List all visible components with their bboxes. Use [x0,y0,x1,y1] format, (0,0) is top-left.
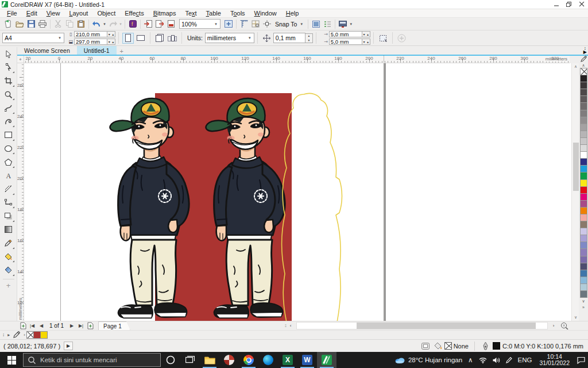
transparency-tool[interactable] [2,223,16,237]
palette-eyedropper-icon[interactable] [579,56,588,62]
menu-bitmaps[interactable]: Bitmaps [149,10,181,17]
taskbar-task-view-button[interactable] [180,352,200,368]
docpalette-flyout-button[interactable]: ▸ [6,332,11,338]
clock[interactable]: 10:14 31/01/2022 [535,352,574,368]
color-eyedropper-tool[interactable] [2,236,16,250]
freehand-tool[interactable] [2,101,16,115]
horizontal-ruler[interactable]: millimeters 2002040608010012014016018020… [24,56,570,63]
scroll-right-arrow[interactable]: › [549,322,558,330]
taskbar-chrome-button[interactable] [239,352,258,368]
portrait-button[interactable] [122,33,134,44]
last-page-button[interactable]: ▶| [76,322,86,330]
menu-object[interactable]: Object [92,10,120,17]
menu-view[interactable]: View [42,10,65,17]
taskbar-cortana-button[interactable] [161,352,180,368]
palette-expand[interactable]: » [579,304,588,310]
units-combo[interactable]: millimeters ▾ [205,33,254,43]
palette-scroll-down[interactable]: ∨ [579,298,588,304]
duplicate-x-input[interactable]: 5,0 mm [329,31,362,37]
taskbar-coreldraw-button[interactable] [317,352,336,368]
undo-button[interactable] [91,19,102,29]
rectangle-tool[interactable] [2,128,16,142]
pen-icon[interactable] [503,352,515,368]
page-tab[interactable]: Page 1 [98,321,130,330]
undo-dropdown[interactable]: ▾ [102,22,107,26]
menu-text[interactable]: Text [180,10,201,17]
no-color-swatch[interactable] [580,68,587,75]
crop-tool[interactable] [2,74,16,88]
new-tab-button[interactable]: + [117,48,127,55]
search-content-button[interactable]: f [127,19,138,29]
menu-layout[interactable]: Layout [64,10,92,17]
landscape-button[interactable] [135,33,146,44]
text-tool[interactable]: A [2,169,16,183]
ruler-origin[interactable]: ⌖ [17,56,24,63]
duplicate-x-stepper[interactable]: ▾▴ [362,31,370,37]
tab-scroll-button[interactable]: ⁞▶ [583,47,587,54]
outline-pen-icon[interactable] [483,342,488,350]
page-height-input[interactable]: 297,0 mm [74,39,107,45]
add-page-end-button[interactable] [86,322,95,330]
vertical-ruler[interactable]: millimeters 260240220200180160140120 [17,63,24,321]
ellipse-tool[interactable] [2,142,16,156]
weather-indicator[interactable]: 28°C Hujan ringan [392,352,465,368]
artistic-media-tool[interactable] [2,115,16,129]
welcome-screen-button[interactable] [310,19,322,29]
shape-tool[interactable] [2,61,16,75]
options-dropdown[interactable]: ▾ [349,22,353,26]
drawing-canvas[interactable] [24,63,571,321]
docpalette-swatch[interactable] [40,331,48,339]
redo-dropdown[interactable]: ▾ [118,22,123,26]
page-width-stepper[interactable]: ▾▴ [107,31,115,37]
taskbar-edge-button[interactable] [258,352,278,368]
vertical-scrollbar[interactable]: ∧ ∨ [571,63,579,321]
nudge-distance-input[interactable]: 0,1 mm [273,33,305,43]
taskbar-search-input[interactable]: Ketik di sini untuk mencari [23,353,161,367]
tab-welcome-screen[interactable]: Welcome Screen [17,46,77,55]
add-page-start-button[interactable] [18,322,28,330]
snap-to-dropdown[interactable]: Snap To ▾ [273,21,306,28]
menu-effects[interactable]: Effects [120,10,148,17]
drop-shadow-tool[interactable] [2,209,16,223]
taskbar-file-explorer-button[interactable] [200,352,219,368]
menu-help[interactable]: Help [281,10,304,17]
docpalette-handle[interactable]: ⁞ [1,332,6,338]
object-properties-button[interactable] [322,19,333,29]
copy-button[interactable] [64,19,75,29]
show-rulers-button[interactable] [238,19,250,29]
zoom-level-combo[interactable]: 100% ▾ [179,19,220,29]
close-button[interactable] [575,0,588,9]
cartoon-boy-left[interactable] [106,94,198,321]
language-indicator[interactable]: ENG [515,352,535,368]
menu-file[interactable]: File [2,10,22,17]
taskbar-word-button[interactable]: W [297,352,317,368]
docpalette-no-color[interactable] [26,331,34,339]
wifi-icon[interactable] [476,352,490,368]
page-width-input[interactable]: 210,0 mm [74,31,107,37]
taskbar-media-app-button[interactable] [219,352,239,368]
redo-button[interactable] [107,19,118,29]
customize-toolbox-button[interactable]: + [2,281,16,290]
scroll-left-arrow[interactable]: ‹ [286,322,295,330]
import-button[interactable] [142,19,154,29]
export-button[interactable] [154,19,165,29]
horizontal-scrollbar-thumb[interactable] [357,323,536,329]
smart-fill-tool[interactable] [2,250,16,264]
treat-as-filled-button[interactable] [377,33,389,44]
horizontal-scrollbar[interactable] [296,322,548,329]
paste-button[interactable] [75,19,87,29]
current-page-button[interactable] [167,33,178,44]
open-button[interactable] [14,19,25,29]
menu-window[interactable]: Window [250,10,281,17]
navigator-button[interactable] [558,322,571,330]
page-height-stepper[interactable]: ▾▴ [107,39,115,45]
show-grid-button[interactable] [250,19,261,29]
menu-tools[interactable]: Tools [226,10,250,17]
options-button[interactable] [337,19,349,29]
fill-icon[interactable] [434,342,442,350]
cut-button[interactable] [52,19,64,29]
nudge-stepper[interactable]: ▴▾ [305,33,313,43]
volume-icon[interactable] [490,352,503,368]
parallel-dimension-tool[interactable] [2,182,16,196]
docpalette-eyedropper-icon[interactable] [11,331,22,339]
